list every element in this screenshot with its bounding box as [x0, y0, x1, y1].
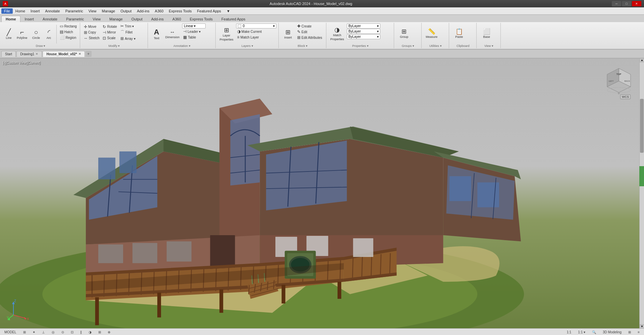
vertical-scrollbar[interactable]: ▲ ▼: [639, 58, 644, 328]
wcs-label[interactable]: WCS: [620, 94, 631, 99]
menu-view[interactable]: View: [86, 8, 99, 14]
menu-more[interactable]: ▼: [224, 8, 233, 14]
move-button[interactable]: ✛Move: [83, 24, 101, 29]
rotate-button[interactable]: ↻Rotate: [102, 24, 118, 29]
tab-view[interactable]: View: [88, 16, 105, 22]
insert-button[interactable]: ⊞ Insert: [281, 28, 295, 40]
menu-home[interactable]: Home: [13, 8, 28, 14]
ribbon-group-properties: ◑ Match Properties ByLayer ▾ ByLayer ▾: [327, 23, 394, 48]
tab-drawing1-close[interactable]: ✕: [36, 52, 38, 56]
polyline-button[interactable]: ⌐ Polyline: [15, 28, 29, 40]
table-button[interactable]: ▦Table: [182, 35, 206, 40]
arc-button[interactable]: ◜ Arc: [44, 28, 54, 40]
menu-manage[interactable]: Manage: [99, 8, 118, 14]
tab-manage[interactable]: Manage: [105, 16, 127, 22]
menu-addins[interactable]: Add-ins: [134, 8, 152, 14]
new-tab-button[interactable]: +: [86, 51, 92, 57]
menu-file[interactable]: File: [1, 8, 13, 14]
otrack-button[interactable]: ⊡: [69, 330, 75, 335]
lineweight-btn[interactable]: ∥: [78, 330, 84, 335]
tab-house-close[interactable]: ✕: [78, 52, 81, 56]
lineweight-dropdown[interactable]: ByLayer ▾: [347, 34, 380, 39]
menu-output[interactable]: Output: [118, 8, 134, 14]
text-button[interactable]: A Text: [151, 28, 163, 41]
copy-button[interactable]: ⊞Copy: [83, 30, 101, 35]
side-panel-toggle[interactable]: [639, 166, 644, 186]
model-button[interactable]: MODEL: [3, 330, 18, 335]
edit-button[interactable]: ✎Edit: [296, 29, 323, 35]
close-button[interactable]: ✕: [632, 1, 641, 6]
rectang-button[interactable]: ▭Rectang: [59, 23, 78, 29]
ortho-button[interactable]: ⊥: [40, 330, 47, 335]
menu-express[interactable]: Express Tools: [166, 8, 194, 14]
snap-button[interactable]: ✦: [31, 330, 37, 335]
linear-dropdown[interactable]: Linear ▾: [182, 23, 206, 28]
leader-button[interactable]: ⊣Leader ▾: [182, 29, 206, 34]
selection-btn[interactable]: ⊞: [97, 330, 103, 335]
hatch-button[interactable]: ▤Hatch: [59, 29, 78, 35]
stretch-button[interactable]: ↔Stretch: [83, 36, 101, 41]
dimension-button[interactable]: ↔ Dimension: [164, 29, 181, 40]
zoom-btn[interactable]: 🔍: [590, 330, 598, 335]
menu-featured[interactable]: Featured Apps: [195, 8, 224, 14]
viewcube[interactable]: TOP BACK LEFT ⊙: [604, 65, 631, 92]
menu-insert[interactable]: Insert: [28, 8, 43, 14]
polar-button[interactable]: ◎: [50, 330, 56, 335]
osnap-button[interactable]: ⊙: [60, 330, 66, 335]
measure-button[interactable]: 📏 Measure: [424, 28, 439, 39]
color-dropdown[interactable]: ByLayer ▾: [347, 23, 380, 28]
region-button[interactable]: ⬜Region: [59, 35, 78, 40]
menu-annotate[interactable]: Annotate: [43, 8, 63, 14]
linetype-dropdown[interactable]: ByLayer ▾: [347, 29, 380, 34]
base-button[interactable]: ⬜ Base: [479, 28, 494, 39]
scroll-up-button[interactable]: ▲: [640, 58, 644, 62]
tab-output[interactable]: Output: [127, 16, 147, 22]
scroll-down-button[interactable]: ▼: [640, 324, 644, 328]
window-controls: ─ □ ✕: [612, 1, 641, 6]
annotation-scale[interactable]: 1:1: [565, 330, 573, 335]
tab-featured[interactable]: Featured Apps: [217, 16, 250, 22]
fillet-button[interactable]: ⌒Fillet: [119, 29, 137, 36]
ui-btn[interactable]: ⊞: [627, 330, 633, 335]
gizmo-btn[interactable]: ⊕: [106, 330, 112, 335]
scroll-thumb[interactable]: [640, 99, 644, 153]
tab-start[interactable]: Start: [1, 51, 16, 57]
make-current-button[interactable]: ◑Make Current: [236, 29, 276, 34]
tab-addins[interactable]: Add-ins: [147, 16, 168, 22]
group-button[interactable]: ⊞ Group: [397, 28, 412, 39]
tab-home[interactable]: Home: [1, 16, 20, 22]
line-button[interactable]: ╱ Line: [3, 28, 14, 40]
match-properties-button[interactable]: ◑ Match Properties: [329, 26, 345, 42]
settings-btn[interactable]: ≡: [636, 330, 641, 335]
array-button[interactable]: ⊞Array ▾: [119, 36, 137, 41]
tab-a360[interactable]: A360: [168, 16, 185, 22]
viewport[interactable]: TOP BACK LEFT ⊙ WCS [-][Custom View][Cur…: [0, 58, 644, 328]
tab-express[interactable]: Express Tools: [185, 16, 217, 22]
maximize-button[interactable]: □: [622, 1, 631, 6]
viewport-scale[interactable]: 1:1 ▾: [576, 330, 587, 335]
edit-attributes-button[interactable]: ⊞Edit Attributes: [296, 35, 323, 40]
document-tabs-area: Start Drawing1 ✕ House_Model_v02* ✕ +: [0, 50, 644, 58]
tab-annotate[interactable]: Annotate: [38, 16, 62, 22]
grid-button[interactable]: ⊞: [21, 330, 28, 335]
tab-parametric[interactable]: Parametric: [62, 16, 88, 22]
trim-button[interactable]: ✂Trim ▾: [119, 23, 137, 29]
ribbon-group-view: ⬜ Base View ▾: [477, 23, 501, 48]
tab-drawing1[interactable]: Drawing1 ✕: [16, 51, 42, 57]
paste-button[interactable]: 📋 Paste: [452, 28, 467, 39]
transparency-btn[interactable]: ◑: [87, 330, 93, 335]
scale-button[interactable]: ⊡Scale: [102, 36, 118, 41]
tab-insert[interactable]: Insert: [20, 16, 39, 22]
match-layer-button[interactable]: ≡Match Layer: [236, 35, 276, 40]
menu-parametric[interactable]: Parametric: [63, 8, 86, 14]
circle-button[interactable]: ○ Circle: [30, 28, 42, 40]
menu-a360[interactable]: A360: [152, 8, 166, 14]
workspace-btn[interactable]: 3D Modeling: [601, 330, 623, 335]
layer-dropdown[interactable]: 0 ▾: [236, 23, 276, 28]
measure-label: Measure: [426, 35, 437, 39]
minimize-button[interactable]: ─: [612, 1, 621, 6]
mirror-button[interactable]: ⊣Mirror: [102, 30, 118, 35]
tab-house-model[interactable]: House_Model_v02* ✕: [43, 51, 85, 57]
layer-properties-button[interactable]: ⊞ Layer Properties: [218, 26, 235, 42]
create-button[interactable]: ✚Create: [296, 23, 323, 29]
